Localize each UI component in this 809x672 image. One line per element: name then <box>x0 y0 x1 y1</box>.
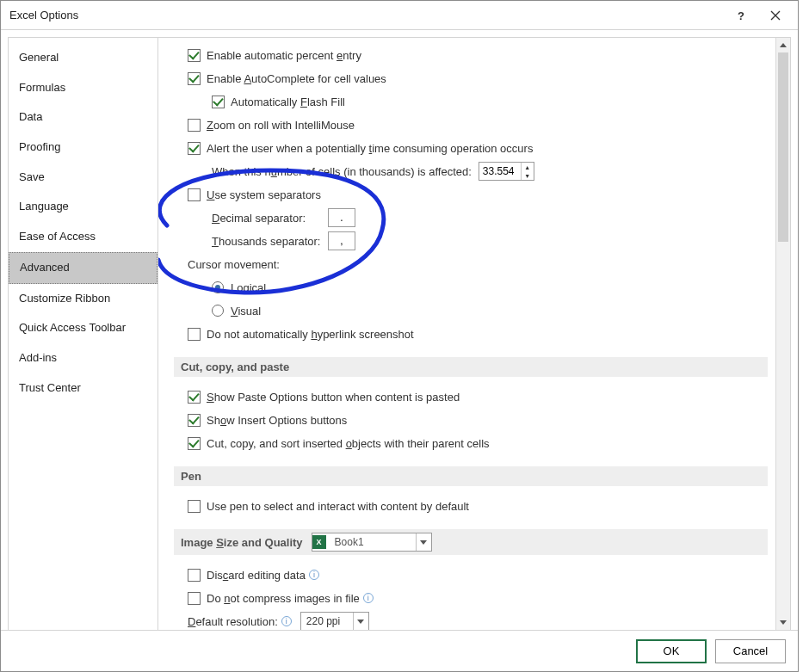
alert-time-checkbox[interactable] <box>188 142 201 155</box>
scroll-track[interactable] <box>776 52 790 615</box>
vertical-scrollbar[interactable] <box>775 38 790 630</box>
decimal-separator-input[interactable] <box>328 208 355 227</box>
no-compress-row: Do not compress images in file i <box>174 587 768 609</box>
advanced-content: Enable automatic percent entry Enable Au… <box>174 44 768 630</box>
sidebar-item-label: Ease of Access <box>19 230 96 243</box>
sidebar-item-customize-ribbon[interactable]: Customize Ribbon <box>9 284 157 314</box>
sort-objects-checkbox[interactable] <box>188 437 201 450</box>
info-icon[interactable]: i <box>309 570 319 580</box>
insert-options-checkbox[interactable] <box>188 414 201 427</box>
scroll-down-button[interactable] <box>776 615 790 630</box>
auto-flashfill-checkbox[interactable] <box>212 96 225 108</box>
use-system-separators-label: Use system separators <box>207 188 321 201</box>
button-label: Cancel <box>733 644 768 657</box>
scroll-up-button[interactable] <box>776 38 790 52</box>
excel-icon: X <box>312 535 326 549</box>
auto-flashfill-row: Automatically Flash Fill <box>174 90 768 113</box>
default-resolution-value: 220 ppi <box>301 615 353 627</box>
cells-affected-input[interactable] <box>479 165 521 177</box>
spinner-buttons[interactable]: ▲▼ <box>521 163 534 180</box>
cells-affected-spinner[interactable]: ▲▼ <box>479 162 534 181</box>
sidebar: General Formulas Data Proofing Save Lang… <box>8 37 158 631</box>
workbook-dropdown[interactable]: X Book1 <box>312 533 432 552</box>
zoom-intellimouse-row: Zoom on roll with IntelliMouse <box>174 114 768 136</box>
paste-options-checkbox[interactable] <box>188 391 201 404</box>
svg-text:?: ? <box>738 10 744 21</box>
pen-use-label: Use pen to select and interact with cont… <box>207 500 469 513</box>
enable-percent-label: Enable automatic percent entry <box>207 49 361 62</box>
cancel-button[interactable]: Cancel <box>715 639 786 663</box>
default-resolution-row: Default resolution: i 220 ppi <box>174 610 768 630</box>
close-icon <box>770 10 781 21</box>
sidebar-item-add-ins[interactable]: Add-ins <box>9 343 157 373</box>
sidebar-item-label: Advanced <box>20 261 70 274</box>
paste-options-row: Show Paste Options button when content i… <box>174 385 768 408</box>
sidebar-item-language[interactable]: Language <box>9 192 157 222</box>
default-resolution-label: Default resolution: <box>188 615 278 628</box>
use-system-separators-checkbox[interactable] <box>188 188 201 201</box>
sidebar-item-trust-center[interactable]: Trust Center <box>9 373 157 404</box>
discard-editing-row: Discard editing data i <box>174 564 768 586</box>
workbook-name: Book1 <box>330 536 416 548</box>
cursor-visual-row: Visual <box>174 299 768 322</box>
decimal-separator-row: Decimal separator: <box>174 207 768 229</box>
use-system-separators-row: Use system separators <box>174 183 768 206</box>
window-title: Excel Options <box>9 9 724 22</box>
info-icon[interactable]: i <box>363 593 374 603</box>
sidebar-item-proofing[interactable]: Proofing <box>9 133 157 163</box>
sidebar-item-quick-access-toolbar[interactable]: Quick Access Toolbar <box>9 313 157 343</box>
cursor-logical-label: Logical <box>231 281 266 294</box>
discard-editing-checkbox[interactable] <box>188 569 201 582</box>
no-compress-checkbox[interactable] <box>188 592 201 605</box>
sidebar-item-label: Quick Access Toolbar <box>19 321 126 334</box>
no-auto-hyperlink-label: Do not automatically hyperlink screensho… <box>207 328 414 341</box>
chevron-down-icon <box>353 613 368 630</box>
cursor-movement-label-row: Cursor movement: <box>174 253 768 275</box>
sidebar-item-label: Add-ins <box>19 351 57 364</box>
cursor-logical-row: Logical <box>174 276 768 299</box>
zoom-intellimouse-checkbox[interactable] <box>188 119 201 132</box>
sidebar-item-advanced[interactable]: Advanced <box>9 252 157 284</box>
sidebar-item-formulas[interactable]: Formulas <box>9 73 157 103</box>
cursor-logical-radio[interactable] <box>212 281 224 293</box>
thousands-separator-input[interactable] <box>328 231 355 250</box>
enable-percent-row: Enable automatic percent entry <box>174 44 768 66</box>
enable-autocomplete-checkbox[interactable] <box>188 72 201 85</box>
chevron-down-icon <box>416 533 431 551</box>
cells-affected-row: When this number of cells (in thousands)… <box>174 160 768 182</box>
sidebar-item-ease-of-access[interactable]: Ease of Access <box>9 222 157 252</box>
no-auto-hyperlink-checkbox[interactable] <box>188 328 201 341</box>
paste-options-label: Show Paste Options button when content i… <box>207 391 460 404</box>
sidebar-item-label: Formulas <box>19 81 65 94</box>
cursor-visual-radio[interactable] <box>212 305 224 317</box>
auto-flashfill-label: Automatically Flash Fill <box>231 96 345 108</box>
no-compress-label: Do not compress images in file <box>207 592 360 605</box>
ok-button[interactable]: OK <box>636 639 707 663</box>
no-auto-hyperlink-row: Do not automatically hyperlink screensho… <box>174 323 768 345</box>
help-button[interactable]: ? <box>724 3 758 28</box>
section-label: Pen <box>181 470 201 483</box>
help-icon: ? <box>736 10 746 21</box>
section-pen: Pen <box>174 466 768 486</box>
zoom-intellimouse-label: Zoom on roll with IntelliMouse <box>207 119 355 132</box>
sidebar-item-label: Customize Ribbon <box>19 292 110 305</box>
sidebar-item-label: Save <box>19 170 45 183</box>
sidebar-item-data[interactable]: Data <box>9 102 157 133</box>
close-button[interactable] <box>758 3 793 28</box>
excel-options-window: Excel Options ? General Formulas Data Pr… <box>0 0 799 672</box>
thousands-separator-label: Thousands separator: <box>212 235 328 248</box>
enable-percent-checkbox[interactable] <box>188 49 201 62</box>
section-label: Cut, copy, and paste <box>181 361 289 373</box>
default-resolution-dropdown[interactable]: 220 ppi <box>300 612 369 630</box>
sidebar-item-save[interactable]: Save <box>9 163 157 193</box>
section-label: Image Size and Quality <box>181 536 303 549</box>
enable-autocomplete-label: Enable AutoComplete for cell values <box>207 72 386 85</box>
scroll-thumb[interactable] <box>778 52 788 242</box>
sidebar-item-label: General <box>19 51 59 64</box>
info-icon[interactable]: i <box>281 616 292 626</box>
dialog-body: General Formulas Data Proofing Save Lang… <box>1 30 798 630</box>
sidebar-item-general[interactable]: General <box>9 43 157 73</box>
sidebar-item-label: Language <box>19 200 69 213</box>
titlebar: Excel Options ? <box>1 1 798 30</box>
pen-use-checkbox[interactable] <box>188 500 201 513</box>
